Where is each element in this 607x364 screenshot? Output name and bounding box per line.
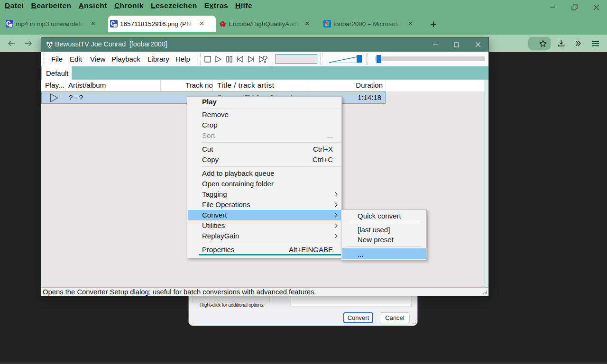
svg-text:B: B: [9, 23, 13, 27]
svg-text:B: B: [114, 23, 117, 27]
